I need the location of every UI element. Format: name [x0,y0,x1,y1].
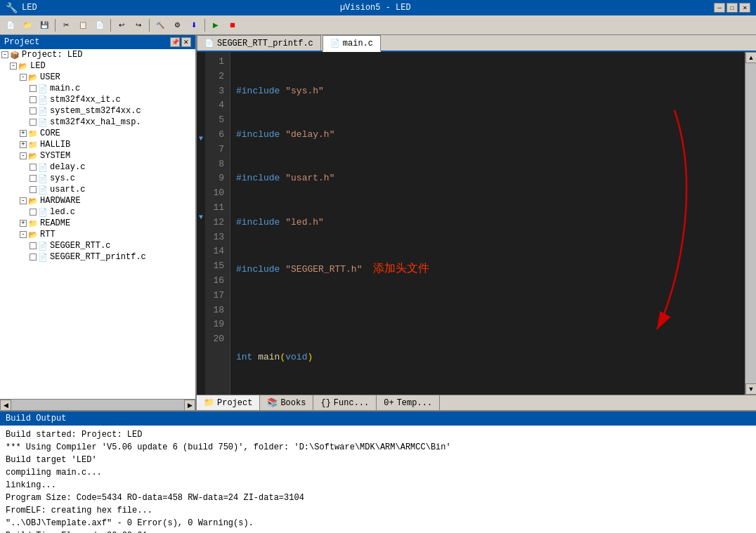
fold-16 [197,223,205,235]
file-icon-sprintf: 📄 [38,253,48,262]
build-line-6: Program Size: Code=5434 RO-data=458 RW-d… [6,492,750,504]
folder-icon-core: 📁 [28,129,38,138]
tab-main[interactable]: 📄 main.c [322,35,381,52]
tree-item-hal-msp[interactable]: 📄 stm32f4xx_hal_msp. [0,117,195,128]
file-icon-delay: 📄 [38,163,48,172]
tree-item-hardware[interactable]: - 📂 HARDWARE [0,195,195,206]
expand-readme[interactable]: + [20,220,27,227]
bottom-tab-func[interactable]: {} Func... [313,395,377,410]
scroll-right-btn[interactable]: ▶ [184,400,195,411]
tree-label-usart: usart.c [50,185,85,195]
cut-btn[interactable]: ✂ [58,18,74,33]
panel-header: Project 📌 ✕ [0,35,195,49]
build-btn[interactable]: 🔨 [152,18,168,33]
download-btn[interactable]: ⬇ [186,18,202,33]
new-file-btn[interactable]: 📄 [3,18,18,33]
tree-item-project-led[interactable]: - 📦 Project: LED [0,49,195,60]
expand-hallib[interactable]: + [20,141,27,148]
v-scroll-track[interactable] [745,63,756,383]
bottom-tab-project[interactable]: 📁 Project [197,395,260,410]
panel-close-btn[interactable]: ✕ [181,37,191,47]
expand-user[interactable]: - [20,74,27,81]
fold-20 [197,268,205,279]
fold-12 [197,178,205,190]
tab-segger[interactable]: 📄 SEGGER_RTT_printf.c [197,35,321,51]
fold-11 [197,167,205,178]
code-editor[interactable]: ▼ ▼ [197,52,745,395]
file-icon-led: 📄 [38,208,48,217]
tree-item-core[interactable]: + 📁 CORE [0,128,195,139]
tab-label-segger: SEGGER_RTT_printf.c [217,39,313,48]
expand-core[interactable]: + [20,130,27,137]
bottom-tab-books-icon: 📚 [267,397,278,408]
bottom-tab-books[interactable]: 📚 Books [260,395,313,410]
tree-item-segger-rtt[interactable]: 📄 SEGGER_RTT.c [0,240,195,251]
tree-item-delay[interactable]: 📄 delay.c [0,162,195,173]
minimize-btn[interactable]: ─ [714,3,725,13]
fold-2 [197,66,205,77]
fold-13 [197,190,205,201]
tree-label-delay: delay.c [50,162,85,172]
panel-header-icons: 📌 ✕ [170,37,191,47]
editor-area: 📄 SEGGER_RTT_printf.c 📄 main.c [197,35,756,410]
tree-item-led-c[interactable]: 📄 led.c [0,206,195,218]
copy-btn[interactable]: 📋 [75,18,91,33]
scroll-down-btn[interactable]: ▼ [745,383,756,395]
build-line-7: FromELF: creating hex file... [6,504,750,517]
title-text: LED [22,3,37,13]
redo-btn[interactable]: ↪ [131,18,146,33]
code-lines[interactable]: #include "sys.h" #include "delay.h" #inc… [230,52,745,395]
tree-item-system-folder[interactable]: - 📂 SYSTEM [0,150,195,162]
rebuild-btn[interactable]: ⚙ [169,18,185,33]
fold-17 [197,235,205,246]
tree-item-main-c[interactable]: 📄 main.c [0,83,195,94]
expand-system[interactable]: - [20,152,27,159]
fold-15: ▼ [197,212,205,223]
fold-4 [197,88,205,100]
tab-bar: 📄 SEGGER_RTT_printf.c 📄 main.c [197,35,756,52]
build-title: Build Output [6,414,66,423]
tree-label-core: CORE [40,129,60,138]
close-btn[interactable]: ✕ [739,3,750,13]
build-content[interactable]: Build started: Project: LED *** Using Co… [0,426,756,533]
bottom-tab-temp[interactable]: 0+ Temp... [377,395,440,410]
tree-item-stm32-it[interactable]: 📄 stm32f4xx_it.c [0,94,195,105]
bottom-tabs: 📁 Project 📚 Books {} Func... 0+ Temp... [197,395,756,410]
tree-item-system[interactable]: 📄 system_stm32f4xx.c [0,105,195,117]
bottom-tab-func-icon: {} [320,398,330,408]
file-icon-usart: 📄 [38,185,48,195]
build-output: Build Output Build started: Project: LED… [0,410,756,533]
maximize-btn[interactable]: □ [726,3,738,13]
h-scroll-track[interactable] [11,400,184,410]
v-scroll[interactable]: ▲ ▼ [745,52,756,395]
tree-item-readme[interactable]: + 📁 README [0,218,195,229]
tree-item-sys-c[interactable]: 📄 sys.c [0,173,195,184]
fold-9 [197,145,205,156]
h-scroll[interactable]: ◀ ▶ [0,399,195,410]
open-btn[interactable]: 📁 [20,18,35,33]
tree-item-hallib[interactable]: + 📁 HALLIB [0,139,195,150]
build-line-4: compiling main.c... [6,466,750,479]
stop-btn[interactable]: ⏹ [225,18,240,33]
undo-btn[interactable]: ↩ [114,18,129,33]
folder-icon-system: 📂 [28,152,38,161]
fold-19 [197,257,205,268]
tree-item-led[interactable]: - 📂 LED [0,60,195,72]
tree-item-segger-printf[interactable]: 📄 SEGGER_RTT_printf.c [0,251,195,263]
scroll-left-btn[interactable]: ◀ [0,400,11,411]
tree-item-user[interactable]: - 📂 USER [0,72,195,83]
project-panel: Project 📌 ✕ - 📦 Project: LED - 📂 LED [0,35,197,410]
tree-area[interactable]: - 📦 Project: LED - 📂 LED - 📂 USER [0,49,195,399]
panel-pin-btn[interactable]: 📌 [170,37,180,47]
expand-led[interactable]: - [10,62,17,70]
tree-item-rtt[interactable]: - 📂 RTT [0,229,195,240]
expand-icon[interactable]: - [1,51,8,58]
line-8: { [236,394,739,395]
expand-hardware[interactable]: - [20,197,27,204]
expand-rtt[interactable]: - [20,231,27,238]
scroll-up-btn[interactable]: ▲ [745,52,756,63]
debug-btn[interactable]: ▶ [208,18,223,33]
tree-item-usart[interactable]: 📄 usart.c [0,184,195,195]
save-btn[interactable]: 💾 [37,18,52,33]
paste-btn[interactable]: 📄 [92,18,107,33]
